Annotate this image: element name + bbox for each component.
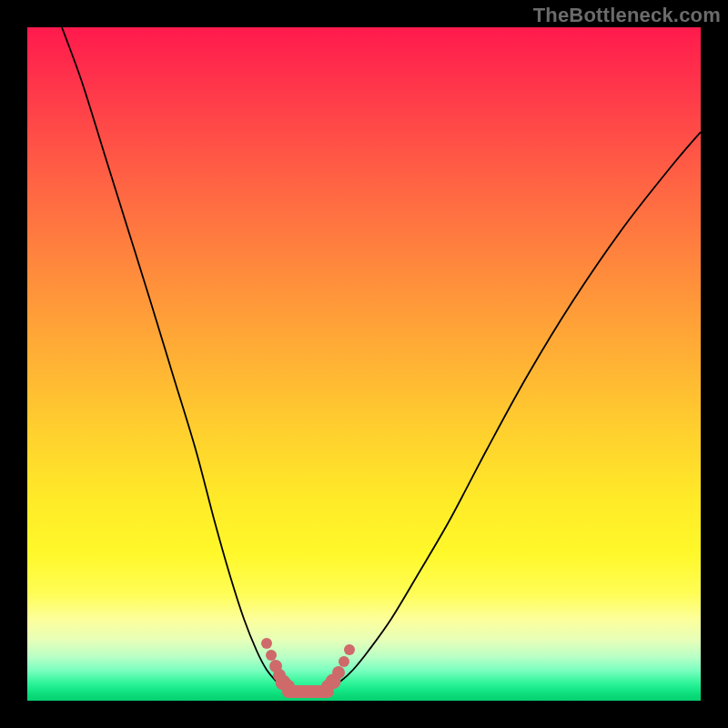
trough-marker [344, 644, 355, 655]
right-curve [332, 132, 701, 686]
watermark-text: TheBottleneck.com [533, 4, 721, 27]
curve-group [62, 27, 701, 686]
chart-frame: TheBottleneck.com [0, 0, 728, 728]
plot-area [27, 27, 701, 701]
left-curve [62, 27, 283, 686]
trough-marker [332, 666, 345, 679]
trough-marker [339, 656, 349, 667]
trough-markers [261, 638, 355, 693]
chart-svg [27, 27, 701, 701]
trough-marker [266, 650, 277, 661]
trough-marker [261, 638, 272, 649]
